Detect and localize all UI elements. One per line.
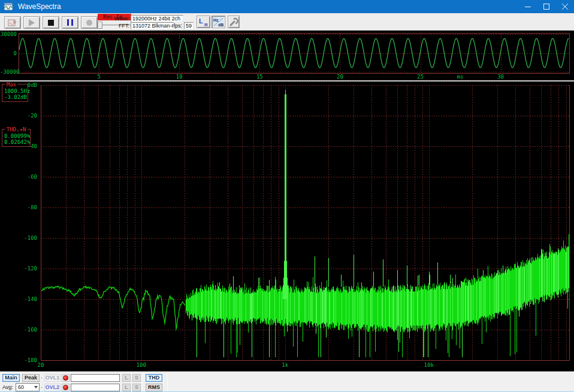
ovl1-label: OVL1 bbox=[44, 374, 61, 382]
record-button[interactable] bbox=[81, 16, 98, 29]
tab-main[interactable]: Main bbox=[2, 374, 20, 382]
wave-info-field: 192000Hz 24bit 2ch bbox=[131, 15, 183, 22]
axis-tick-label: 0dB bbox=[0, 82, 37, 88]
minimize-button[interactable] bbox=[518, 0, 537, 13]
svg-text:Hz: Hz bbox=[213, 18, 219, 22]
settings-button[interactable] bbox=[228, 16, 240, 28]
axis-tick-label: 25 bbox=[413, 74, 428, 80]
fps-label: fps: bbox=[164, 23, 182, 29]
rms-toggle-button[interactable]: RMS bbox=[146, 384, 162, 391]
maximize-icon bbox=[543, 4, 549, 10]
pause-button[interactable] bbox=[62, 16, 78, 29]
peak-frequency-value: 1000.5Hz bbox=[4, 88, 26, 94]
axis-tick-label: 30 bbox=[494, 74, 508, 80]
tab-peak[interactable]: Peak bbox=[22, 374, 40, 382]
axis-tick-label: -160 bbox=[0, 327, 37, 333]
axis-tick-label: -120 bbox=[0, 266, 37, 272]
load-button-2[interactable]: L bbox=[122, 384, 131, 391]
save-button-1[interactable]: S bbox=[132, 374, 141, 382]
svg-text:R: R bbox=[204, 22, 208, 27]
thd-readout-title: THD,+N bbox=[5, 126, 28, 132]
axis-tick-label: -140 bbox=[0, 296, 37, 302]
dash-separator: - bbox=[41, 384, 43, 391]
axis-tick-label: 15 bbox=[252, 74, 267, 80]
spectrum-plot bbox=[0, 82, 574, 371]
thd-toggle-button[interactable]: THD bbox=[146, 374, 162, 382]
stop-button[interactable] bbox=[43, 16, 59, 29]
axis-tick-label: 5 bbox=[92, 74, 106, 80]
wave-label: Wave: bbox=[108, 16, 129, 22]
title-bar[interactable]: WaveSpectra bbox=[0, 0, 574, 13]
minimize-icon bbox=[525, 4, 531, 10]
toolbar: Rec.In. Wave: 192000Hz 24bit 2ch FFT: 13… bbox=[0, 13, 574, 31]
statusbar-separator bbox=[142, 373, 143, 391]
avg-label: Avg: bbox=[2, 384, 13, 391]
waveform-plot bbox=[0, 31, 574, 80]
open-file-button[interactable] bbox=[4, 16, 21, 29]
axis-tick-label: -180 bbox=[0, 357, 37, 363]
axis-tick-label: -20 bbox=[0, 113, 37, 119]
save-button-2[interactable]: S bbox=[132, 384, 141, 391]
peak-level-value: -3.02dB bbox=[4, 94, 26, 100]
ovl1-led[interactable] bbox=[62, 374, 70, 382]
axis-tick-label: -40 bbox=[0, 143, 37, 149]
axis-tick-label: 30000 bbox=[0, 31, 17, 37]
axis-tick-label: ms bbox=[453, 74, 467, 80]
axis-tick-label: 10 bbox=[172, 74, 186, 80]
axis-tick-label: 1k bbox=[278, 362, 292, 368]
channel-lr-icon: L R bbox=[198, 17, 209, 27]
record-icon bbox=[86, 20, 92, 26]
fps-field: 59 bbox=[184, 22, 194, 29]
stop-icon bbox=[48, 20, 54, 26]
axis-tick-label: 0 bbox=[0, 50, 17, 56]
axis-tick-label: -100 bbox=[0, 235, 37, 241]
hz-db-scale-button[interactable]: Hz dB bbox=[212, 16, 225, 28]
wavespectra-window: WaveSpectra bbox=[0, 0, 574, 392]
channel-lr-button[interactable]: L R bbox=[197, 16, 210, 28]
hz-db-icon: Hz dB bbox=[213, 17, 224, 27]
status-bar: Main Peak - OVL1 L S THD Avg: 60 - OVL2 … bbox=[0, 371, 574, 392]
play-button[interactable] bbox=[23, 16, 40, 29]
thd-value: 0.00099% bbox=[4, 133, 28, 139]
maximize-button[interactable] bbox=[537, 0, 555, 13]
svg-text:L: L bbox=[199, 17, 203, 25]
comment-field-1[interactable] bbox=[71, 374, 120, 382]
waveform-panel: 300000-3000051015202530ms bbox=[0, 31, 574, 82]
axis-tick-label: -60 bbox=[0, 174, 37, 180]
axis-tick-label: 20 bbox=[34, 362, 48, 368]
position-slider-thumb[interactable] bbox=[98, 22, 102, 29]
axis-tick-label: -80 bbox=[0, 204, 37, 210]
ovl2-led-light bbox=[63, 385, 68, 390]
fft-label: FFT: bbox=[108, 23, 129, 29]
svg-text:dB: dB bbox=[218, 23, 223, 27]
window-title: WaveSpectra bbox=[18, 2, 61, 11]
chevron-down-icon bbox=[32, 384, 39, 391]
pause-icon bbox=[67, 19, 73, 26]
comment-field-2[interactable] bbox=[71, 384, 120, 391]
play-icon bbox=[29, 19, 35, 26]
open-file-icon bbox=[8, 19, 17, 27]
wrench-icon bbox=[229, 17, 238, 27]
avg-select-value: 60 bbox=[16, 384, 32, 390]
app-icon bbox=[4, 2, 13, 11]
ovl2-label: OVL2 bbox=[44, 384, 61, 391]
close-icon bbox=[562, 4, 568, 10]
axis-tick-label: 20 bbox=[333, 74, 347, 80]
ovl1-led-light bbox=[63, 375, 68, 381]
load-button-1[interactable]: L bbox=[122, 374, 131, 382]
axis-tick-label: 100 bbox=[134, 362, 149, 368]
close-button[interactable] bbox=[555, 0, 574, 13]
axis-tick-label: 10k bbox=[422, 362, 436, 368]
spectrum-panel: Max 1000.5Hz -3.02dB THD,+N 0.00099% 0.0… bbox=[0, 82, 574, 371]
statusbar-separator bbox=[167, 373, 168, 391]
dash-separator: - bbox=[41, 374, 43, 382]
ovl2-led[interactable] bbox=[62, 384, 70, 391]
axis-tick-label: -30000 bbox=[0, 69, 17, 75]
avg-select[interactable]: 60 bbox=[16, 383, 40, 391]
